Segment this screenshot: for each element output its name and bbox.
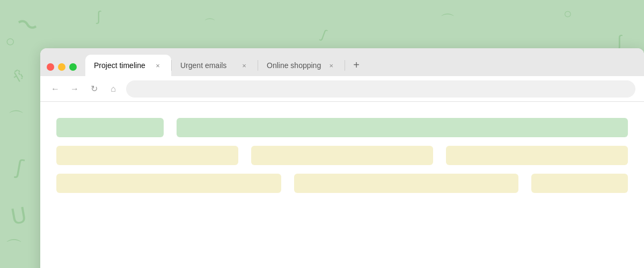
deco-shape: ○: [5, 32, 15, 50]
deco-shape: ∫: [617, 32, 621, 50]
content-row-1: [56, 118, 628, 137]
content-block-yellow-6: [531, 174, 628, 193]
deco-shape: ∫: [319, 27, 328, 42]
content-block-yellow-3: [446, 146, 628, 165]
content-block-yellow-5: [294, 174, 519, 193]
deco-shape: ʃ: [14, 155, 25, 180]
tab-label: Project timeline: [94, 61, 148, 70]
deco-shape: ⌒: [8, 107, 24, 129]
tab-label: Online shopping: [267, 61, 321, 70]
tabs-container: Project timeline × Urgent emails × Onlin…: [85, 55, 638, 76]
home-button[interactable]: ⌂: [107, 83, 120, 95]
tab-close-button[interactable]: ×: [153, 61, 163, 70]
deco-shape: ⌒: [204, 16, 216, 32]
deco-shape: ᑌ: [9, 203, 28, 229]
deco-shape: ∫: [97, 8, 100, 25]
content-row-3: [56, 174, 628, 193]
tab-separator: [345, 60, 345, 71]
deco-shape: 〜: [12, 8, 42, 43]
tab-online-shopping[interactable]: Online shopping ×: [258, 55, 345, 76]
back-button[interactable]: ←: [49, 83, 62, 95]
page-content: [40, 102, 644, 268]
deco-shape: ⌒: [5, 236, 23, 259]
tab-close-button[interactable]: ×: [239, 61, 249, 70]
minimize-button[interactable]: [58, 63, 65, 71]
tab-bar: Project timeline × Urgent emails × Onlin…: [40, 48, 644, 76]
content-block-yellow-4: [56, 174, 281, 193]
content-row-2: [56, 146, 628, 165]
browser-window: Project timeline × Urgent emails × Onlin…: [40, 48, 644, 268]
content-block-yellow-1: [56, 146, 238, 165]
tab-close-button[interactable]: ×: [326, 61, 336, 70]
deco-shape: ⌒: [440, 11, 455, 31]
close-button[interactable]: [47, 63, 54, 71]
tab-urgent-emails[interactable]: Urgent emails ×: [172, 55, 258, 76]
maximize-button[interactable]: [69, 63, 77, 71]
reload-button[interactable]: ↻: [87, 83, 100, 95]
deco-shape: ꟗ: [9, 63, 28, 87]
tab-label: Urgent emails: [180, 61, 234, 70]
toolbar: ← → ↻ ⌂: [40, 76, 644, 102]
address-bar[interactable]: [126, 80, 635, 98]
content-block-green-short: [56, 118, 164, 137]
window-controls: [47, 63, 77, 71]
tab-project-timeline[interactable]: Project timeline ×: [85, 55, 171, 76]
content-block-yellow-2: [251, 146, 433, 165]
forward-button[interactable]: →: [68, 83, 81, 95]
content-block-green-long: [177, 118, 628, 137]
deco-shape: ○: [564, 5, 572, 22]
new-tab-button[interactable]: +: [348, 57, 364, 73]
